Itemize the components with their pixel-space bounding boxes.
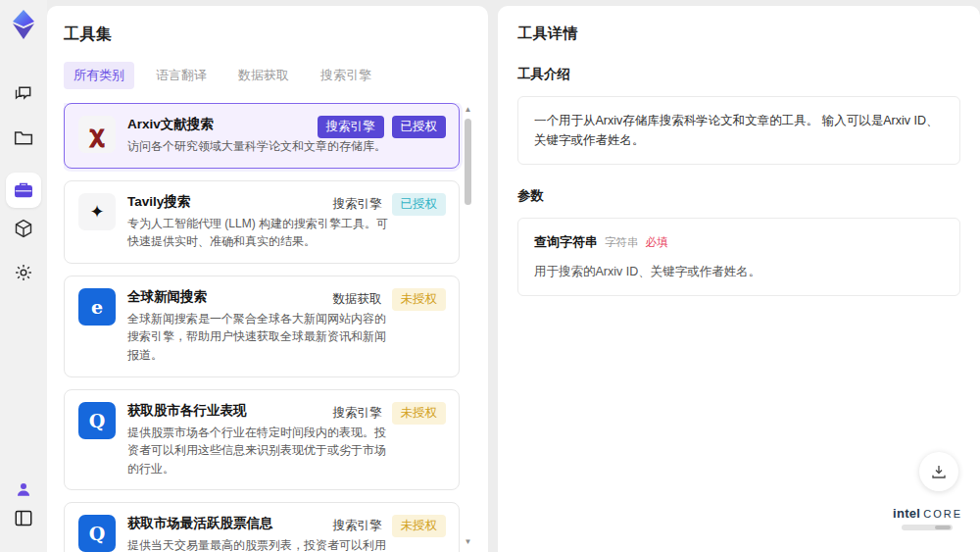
tab-2[interactable]: 数据获取 <box>228 62 299 89</box>
cube-icon[interactable] <box>14 219 33 238</box>
tool-card[interactable]: Q获取股市各行业表现提供股票市场各个行业在特定时间段内的表现。投资者可以利用这些… <box>64 389 460 491</box>
tab-0[interactable]: 所有类别 <box>64 62 134 89</box>
status-badge: 未授权 <box>392 288 447 311</box>
params-heading: 参数 <box>517 187 960 205</box>
intel-badge-bar <box>902 525 953 530</box>
stock-app-icon: Q <box>78 515 116 552</box>
param-description: 用于搜索的Arxiv ID、关键字或作者姓名。 <box>534 262 944 281</box>
tool-card[interactable]: Q获取市场最活跃股票信息提供当天交易量最高的股票列表，投资者可以利用这些信息来识… <box>64 502 460 552</box>
category-tabs: 所有类别语言翻译数据获取搜索引擎 <box>64 62 472 89</box>
param-card: 查询字符串 字符串 必填 用于搜索的Arxiv ID、关键字或作者姓名。 <box>517 218 960 296</box>
scroll-up-icon[interactable]: ▲ <box>464 105 472 114</box>
intro-text: 一个用于从Arxiv存储库搜索科学论文和文章的工具。 输入可以是Arxiv ID… <box>517 96 960 165</box>
scrollbar-thumb[interactable] <box>465 119 471 205</box>
folder-icon[interactable] <box>14 128 33 146</box>
user-avatar-icon[interactable] <box>15 480 32 498</box>
param-required-badge: 必填 <box>646 233 668 251</box>
app-logo-icon <box>7 8 40 41</box>
intel-core-logo: intelCORE <box>893 506 962 530</box>
tool-description: 专为人工智能代理 (LLM) 构建的搜索引擎工具。可快速提供实时、准确和真实的结… <box>127 215 394 251</box>
category-tag: 搜索引擎 <box>331 402 384 425</box>
arxiv-logo-icon: 𝛘 <box>78 116 116 153</box>
tavily-star-icon: ✦ <box>78 193 116 230</box>
left-rail <box>0 0 47 552</box>
tool-list: 𝛘Arxiv文献搜索访问各个研究领域大量科学论文和文章的存储库。搜索引擎已授权✦… <box>64 103 472 552</box>
toolbox-icon[interactable] <box>6 173 41 208</box>
tab-3[interactable]: 搜索引擎 <box>311 62 381 89</box>
category-tag: 搜索引擎 <box>331 193 384 216</box>
status-badge: 未授权 <box>392 515 447 537</box>
category-tag: 数据获取 <box>331 288 384 311</box>
param-name: 查询字符串 <box>534 232 598 253</box>
list-scrollbar[interactable]: ▲ ▼ <box>464 105 472 546</box>
tools-panel: 工具集 所有类别语言翻译数据获取搜索引擎 𝛘Arxiv文献搜索访问各个研究领域大… <box>47 6 488 552</box>
param-type: 字符串 <box>605 233 639 251</box>
stock-app-icon: Q <box>78 402 116 439</box>
tool-description: 访问各个研究领域大量科学论文和文章的存储库。 <box>127 137 386 156</box>
scroll-down-icon[interactable]: ▼ <box>464 537 472 546</box>
intro-heading: 工具介绍 <box>517 66 960 83</box>
status-badge: 未授权 <box>392 402 447 425</box>
core-wordmark: CORE <box>923 508 962 520</box>
tool-description: 提供当天交易量最高的股票列表，投资者可以利用这些信息来识别流动性强的股票和潜在的… <box>127 536 394 552</box>
category-tag: 搜索引擎 <box>318 116 384 138</box>
status-badge: 已授权 <box>392 193 447 216</box>
status-badge: 已授权 <box>392 116 447 138</box>
news-app-icon: e <box>78 288 116 326</box>
page-title: 工具集 <box>64 25 472 45</box>
settings-gear-icon[interactable] <box>14 263 33 282</box>
chat-icon[interactable] <box>14 83 33 103</box>
tool-card[interactable]: 𝛘Arxiv文献搜索访问各个研究领域大量科学论文和文章的存储库。搜索引擎已授权 <box>64 103 460 169</box>
tab-1[interactable]: 语言翻译 <box>146 62 217 89</box>
intel-wordmark: intel <box>893 506 920 521</box>
tool-description: 提供股票市场各个行业在特定时间段内的表现。投资者可以利用这些信息来识别表现优于或… <box>127 424 394 478</box>
tool-card[interactable]: ✦Tavily搜索专为人工智能代理 (LLM) 构建的搜索引擎工具。可快速提供实… <box>64 180 460 264</box>
download-button[interactable] <box>919 452 958 491</box>
tool-detail-panel: 工具详情 工具介绍 一个用于从Arxiv存储库搜索科学论文和文章的工具。 输入可… <box>498 6 980 552</box>
category-tag: 搜索引擎 <box>331 515 384 537</box>
tool-description: 全球新闻搜索是一个聚合全球各大新闻网站内容的搜索引擎，帮助用户快速获取全球最新资… <box>127 310 394 365</box>
tool-card[interactable]: e全球新闻搜索全球新闻搜索是一个聚合全球各大新闻网站内容的搜索引擎，帮助用户快速… <box>64 276 460 377</box>
detail-title: 工具详情 <box>517 25 960 43</box>
download-icon <box>930 463 948 480</box>
collapse-panel-icon[interactable] <box>15 510 33 527</box>
